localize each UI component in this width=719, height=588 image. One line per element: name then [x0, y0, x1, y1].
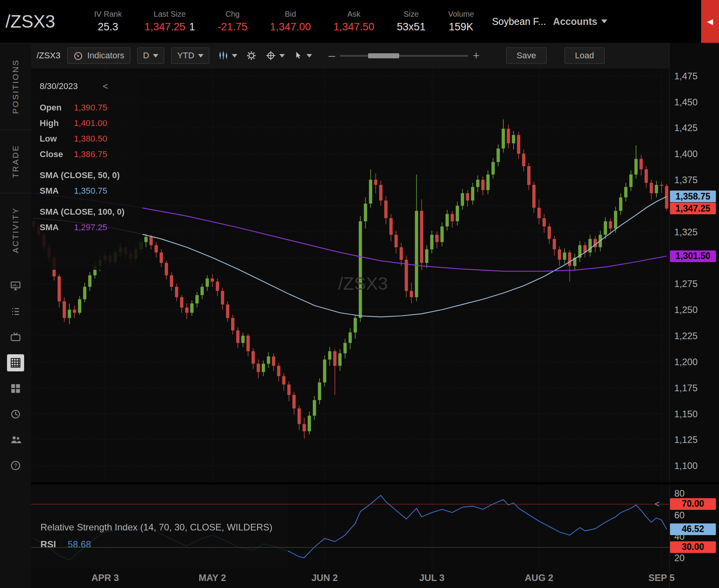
size-label: Size [403, 10, 419, 19]
accounts-label: Accounts [553, 16, 597, 27]
high-label: High [40, 118, 74, 128]
sidebar-tab-trade[interactable]: TRADE [0, 130, 31, 193]
dashboard-icon[interactable] [7, 380, 24, 397]
ohlc-date: 8/30/2023 [40, 81, 78, 91]
indicators-label: Indicators [87, 51, 124, 61]
low-value: 1,380.50 [74, 134, 107, 144]
pointer-icon [293, 51, 303, 61]
price-tick-label: 1,325 [674, 227, 698, 238]
size-field: Size 53x51 [397, 10, 426, 33]
timeframe-value: D [143, 51, 149, 61]
chg-value: -21.75 [217, 21, 247, 33]
watchlist-icon[interactable] [7, 303, 24, 320]
chart-monitor-icon[interactable] [7, 277, 24, 294]
users-icon[interactable] [7, 431, 24, 448]
sidebar-tab-positions[interactable]: POSITIONS [0, 43, 31, 130]
chg-field: Chg -21.75 [217, 10, 247, 33]
left-sidebar: POSITIONS TRADE ACTIVITY [0, 43, 32, 588]
last-price-value: 1,347.25 [144, 21, 185, 33]
grid-sheet-icon[interactable] [7, 354, 24, 371]
alert-panel-toggle[interactable]: ◀ [701, 0, 719, 43]
gear-icon [246, 50, 257, 61]
price-tick-label: 1,100 [674, 460, 698, 471]
header-symbol: /ZSX3 [5, 11, 72, 32]
rsi-chip: 70.00 [670, 498, 716, 510]
chart-workspace: /ZSX3 Indicators D YTD [31, 43, 719, 588]
chart-style-dropdown[interactable] [218, 50, 237, 61]
rsi-tick-label: 60 [674, 510, 685, 521]
last-size-qty: 1 [189, 21, 195, 33]
price-tick-label: 1,250 [674, 304, 698, 315]
ask-value: 1,347.50 [333, 21, 374, 33]
price-tick-label: 1,450 [674, 97, 698, 108]
time-axis: APR 3MAY 2JUN 2JUL 3AUG 2SEP 5 [31, 571, 669, 586]
indicators-button[interactable]: Indicators [67, 47, 130, 64]
tv-icon[interactable] [7, 329, 24, 346]
chart-toolbar: /ZSX3 Indicators D YTD [31, 43, 719, 69]
instrument-description: Soybean F... [492, 16, 546, 27]
month-label: APR 3 [91, 572, 119, 583]
chg-label: Chg [225, 10, 240, 19]
ohlc-overlay: 8/30/2023 < Open1,390.75 High1,401.00 Lo… [31, 73, 142, 270]
bid-field: Bid 1,347.00 [270, 10, 311, 33]
rsi-tick-label: 20 [674, 553, 685, 564]
crosshair-dropdown[interactable] [265, 50, 285, 61]
size-value: 53x51 [397, 21, 426, 33]
rsi-chip: 46.52 [670, 523, 716, 535]
month-label: JUN 2 [311, 572, 338, 583]
sma100-label: SMA [40, 222, 74, 233]
price-tick-label: 1,225 [674, 331, 698, 341]
month-label: SEP 5 [649, 572, 675, 583]
range-dropdown[interactable]: YTD [171, 47, 209, 64]
sidebar-icon-rail: ? [0, 277, 31, 474]
month-label: JUL 3 [419, 572, 444, 583]
price-chart-area: /ZSX3 8/30/2023 < Open1,390.75 High1,401… [31, 68, 669, 482]
save-button[interactable]: Save [506, 47, 547, 64]
zoom-in-button[interactable]: + [468, 49, 484, 62]
zoom-slider-thumb[interactable] [368, 53, 399, 58]
chevron-down-icon [232, 54, 237, 58]
price-tick-label: 1,425 [674, 122, 698, 133]
chevron-down-icon [153, 54, 158, 58]
panel-collapse-arrow-icon: ◀ [707, 17, 713, 26]
chevron-down-icon [601, 19, 607, 23]
price-chip: 1,301.50 [670, 250, 716, 262]
ask-field: Ask 1,347.50 [333, 10, 374, 33]
open-value: 1,390.75 [74, 103, 107, 113]
timeframe-dropdown[interactable]: D [137, 47, 165, 64]
price-axis[interactable]: 1,4751,4501,4251,4001,3751,3251,2751,250… [669, 43, 719, 588]
cursor-tool-dropdown[interactable] [293, 51, 312, 61]
history-clock-icon[interactable] [7, 406, 24, 423]
price-tick-label: 1,475 [674, 71, 698, 82]
zoom-slider-track[interactable] [340, 55, 468, 57]
ohlc-collapse-arrow[interactable]: < [103, 81, 108, 92]
sma50-title: SMA (CLOSE, 50, 0) [40, 170, 134, 180]
crosshair-icon [265, 50, 276, 61]
price-chip: 1,347.25 [670, 203, 716, 214]
price-tick-label: 1,125 [674, 434, 698, 445]
low-label: Low [40, 134, 74, 144]
accounts-dropdown[interactable]: Accounts [553, 16, 607, 27]
open-label: Open [40, 103, 74, 113]
last-size-label: Last Size [154, 10, 186, 19]
price-tick-label: 1,150 [674, 409, 698, 420]
ask-label: Ask [347, 10, 360, 19]
chevron-down-icon [279, 54, 285, 58]
zoom-out-button[interactable]: – [324, 49, 340, 62]
price-chip: 1,358.75 [670, 191, 716, 202]
rsi-panel: Relative Strength Index (14, 70, 30, CLO… [31, 485, 669, 569]
close-value: 1,386.75 [74, 149, 107, 159]
sma100-title: SMA (CLOSE, 100, 0) [40, 207, 134, 217]
help-icon[interactable]: ? [7, 457, 24, 474]
toolbar-symbol[interactable]: /ZSX3 [37, 51, 60, 61]
rsi-label: RSI [40, 539, 68, 550]
load-button[interactable]: Load [565, 47, 605, 64]
iv-rank-field: IV Rank 25.3 [94, 10, 122, 33]
chevron-down-icon [198, 54, 203, 58]
zoom-control: – + [324, 49, 484, 62]
last-size-field: Last Size 1,347.251 [144, 10, 195, 33]
sidebar-tab-activity[interactable]: ACTIVITY [0, 193, 31, 267]
rsi-value: 58.68 [68, 539, 91, 550]
bid-label: Bid [285, 10, 296, 19]
chart-settings-button[interactable] [246, 50, 257, 61]
